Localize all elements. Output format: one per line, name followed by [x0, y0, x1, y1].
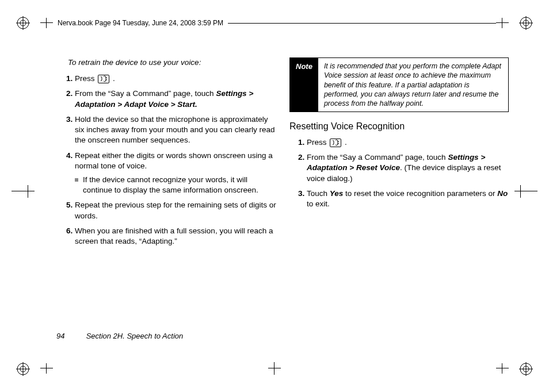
note-box: Note It is recommended that you perform …: [289, 57, 509, 112]
right-column: Note It is recommended that you perform …: [289, 57, 509, 329]
reset-step-1: Press .: [307, 137, 509, 148]
page: { "book_line": "Nerva.book Page 94 Tuesd…: [0, 0, 549, 392]
step-4-sub: If the device cannot recognize your word…: [75, 175, 277, 195]
note-label: Note: [290, 58, 318, 112]
book-footer-bar: [40, 362, 509, 375]
retrain-intro: To retrain the device to use your voice:: [68, 57, 277, 68]
step-2: From the “Say a Command” page, touch Set…: [75, 89, 277, 109]
step-1: Press .: [75, 74, 277, 84]
crop-mark-icon: [496, 18, 509, 28]
registration-mark-icon: [16, 362, 30, 376]
step-3: Hold the device so that the microphone i…: [75, 114, 277, 146]
page-number: 94: [56, 331, 84, 341]
reset-heading: Resetting Voice Recognition: [289, 120, 509, 133]
reset-step-3: Touch Yes to reset the voice recognition…: [307, 189, 509, 209]
step-5: Repeat the previous step for the remaini…: [75, 200, 277, 221]
bullet-square-icon: [75, 178, 78, 182]
crop-mark-icon: [12, 185, 35, 198]
left-column: To retrain the device to use your voice:…: [58, 57, 277, 329]
crop-mark-icon: [514, 185, 537, 198]
retrain-steps: Press . From the “Say a Command” page, t…: [58, 74, 277, 247]
crop-mark-icon: [40, 363, 53, 374]
section-title: Section 2H. Speech to Action: [86, 332, 184, 340]
registration-mark-icon: [16, 16, 30, 30]
reset-steps: Press . From the “Say a Command” page, t…: [289, 137, 509, 209]
registration-mark-icon: [519, 16, 533, 30]
book-line: Nerva.book Page 94 Tuesday, June 24, 200…: [53, 18, 228, 28]
voice-key-icon: [98, 75, 109, 83]
crop-mark-icon: [268, 362, 281, 375]
reset-step-2: From the “Say a Command” page, touch Set…: [307, 152, 509, 184]
book-header-bar: Nerva.book Page 94 Tuesday, June 24, 200…: [40, 11, 509, 34]
content-area: To retrain the device to use your voice:…: [58, 57, 509, 329]
step-6: When you are finished with a full sessio…: [75, 226, 277, 247]
step-4: Repeat either the digits or words shown …: [75, 151, 277, 196]
voice-key-icon: [330, 139, 341, 147]
registration-mark-icon: [519, 362, 533, 376]
page-footer: 94 Section 2H. Speech to Action: [56, 331, 183, 341]
crop-mark-icon: [40, 18, 53, 28]
note-body: It is recommended that you perform the c…: [318, 58, 508, 112]
crop-mark-icon: [496, 363, 509, 374]
